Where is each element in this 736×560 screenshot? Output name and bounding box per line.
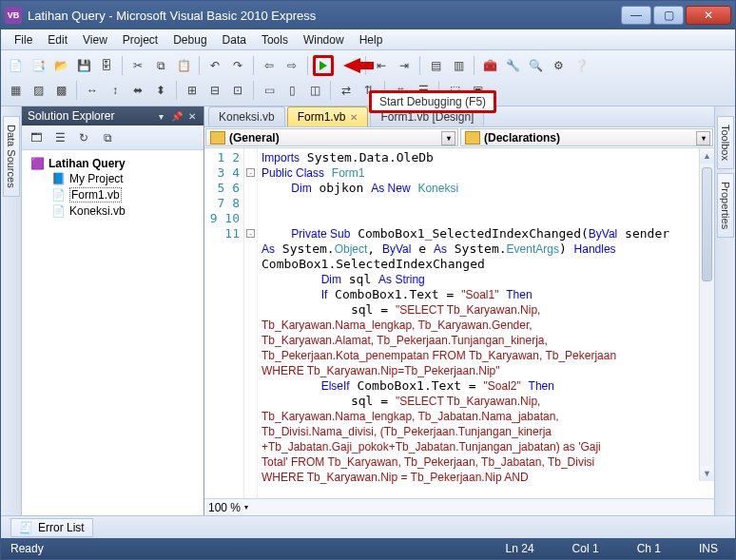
editor-area: Koneksi.vb Form1.vb✕ Form1.vb [Design] (…	[204, 106, 714, 515]
separator	[253, 81, 254, 100]
open-icon[interactable]: 📂	[50, 55, 71, 76]
fold-toggle-icon[interactable]: -	[246, 168, 255, 177]
member-combo[interactable]: (Declarations) ▾	[460, 128, 713, 146]
tb2-1-icon[interactable]: ▦	[5, 80, 26, 101]
menu-window[interactable]: Window	[296, 31, 352, 48]
close-panel-icon[interactable]: ✕	[185, 110, 198, 123]
class-combo[interactable]: (General) ▾	[205, 128, 458, 146]
vertical-scrollbar[interactable]: ▲ ▼	[699, 148, 714, 481]
zoom-chevron-icon[interactable]: ▾	[244, 503, 248, 512]
close-button[interactable]: ✕	[686, 6, 731, 25]
code-text[interactable]: Imports System.Data.OleDb Public Class F…	[258, 148, 714, 498]
tab-koneksi[interactable]: Koneksi.vb	[208, 106, 285, 126]
refresh-icon[interactable]: ↻	[73, 127, 94, 148]
menu-file[interactable]: File	[7, 31, 40, 48]
menu-data[interactable]: Data	[215, 31, 254, 48]
undo-icon[interactable]: ↶	[204, 55, 225, 76]
tb2-11-icon[interactable]: ▭	[259, 80, 280, 101]
indent-more-icon[interactable]: ⇥	[394, 55, 415, 76]
tb2-8-icon[interactable]: ⊞	[182, 80, 203, 101]
redo-icon[interactable]: ↷	[227, 55, 248, 76]
tree-label: Koneksi.vb	[69, 204, 126, 218]
properties-icon[interactable]: 🔧	[502, 55, 523, 76]
body-area: Data Sources Solution Explorer ▾ 📌 ✕ 🗔 ☰…	[1, 106, 735, 515]
paste-icon[interactable]: 📋	[173, 55, 194, 76]
menu-tools[interactable]: Tools	[254, 31, 296, 48]
tb2-3-icon[interactable]: ▩	[50, 80, 71, 101]
chevron-down-icon[interactable]: ▾	[696, 131, 710, 145]
toolbox-icon[interactable]: 🧰	[479, 55, 500, 76]
fold-column[interactable]: - -	[244, 148, 258, 498]
minimize-button[interactable]: —	[621, 6, 651, 25]
tb2-9-icon[interactable]: ⊟	[204, 80, 225, 101]
properties-pane-icon[interactable]: 🗔	[26, 127, 47, 148]
menu-project[interactable]: Project	[115, 31, 165, 48]
show-all-icon[interactable]: ☰	[49, 127, 70, 148]
error-list-tab[interactable]: 🧾 Error List	[10, 518, 93, 537]
menu-view[interactable]: View	[75, 31, 115, 48]
dropdown-icon[interactable]: ▾	[155, 110, 167, 123]
new-project-icon[interactable]: 📄	[5, 55, 26, 76]
tb2-12-icon[interactable]: ▯	[281, 80, 302, 101]
code-area[interactable]: 1 2 3 4 5 6 7 8 9 10 11 - - Imports Syst…	[204, 148, 714, 498]
menubar: File Edit View Project Debug Data Tools …	[1, 29, 735, 50]
tb2-13-icon[interactable]: ◫	[304, 80, 325, 101]
scroll-down-icon[interactable]: ▼	[700, 466, 714, 481]
zoom-level[interactable]: 100 %	[208, 501, 241, 514]
status-ch: Ch 1	[637, 542, 661, 555]
object-browser-icon[interactable]: 🔍	[525, 55, 546, 76]
pin-icon[interactable]: 📌	[170, 110, 183, 123]
nav-back-icon[interactable]: ⇦	[259, 55, 280, 76]
scroll-up-icon[interactable]: ▲	[700, 148, 714, 164]
help-icon[interactable]: ❔	[571, 55, 591, 76]
maximize-button[interactable]: ▢	[653, 6, 684, 25]
project-node[interactable]: 🟪 Latihan Query	[24, 156, 202, 171]
start-debugging-button[interactable]	[313, 55, 334, 76]
chevron-down-icon[interactable]: ▾	[441, 131, 455, 145]
error-list-icon: 🧾	[19, 521, 33, 534]
tb2-7-icon[interactable]: ⬍	[150, 80, 171, 101]
tb2-4-icon[interactable]: ↔	[82, 80, 103, 101]
comment-icon[interactable]: ▤	[425, 55, 446, 76]
add-item-icon[interactable]: 📑	[28, 55, 48, 76]
app-icon: VB	[5, 7, 22, 24]
nav-fwd-icon[interactable]: ⇨	[281, 55, 302, 76]
tb2-2-icon[interactable]: ▨	[28, 80, 48, 101]
separator	[474, 56, 475, 75]
tree-item-myproject[interactable]: 📘 My Project	[24, 171, 202, 186]
view-code-icon[interactable]: ⧉	[97, 127, 118, 148]
properties-tab[interactable]: Properties	[717, 173, 734, 238]
toolbox-tab[interactable]: Toolbox	[717, 116, 734, 169]
tab-form1[interactable]: Form1.vb✕	[287, 106, 369, 126]
tab-close-icon[interactable]: ✕	[350, 112, 358, 123]
indent-less-icon[interactable]: ⇤	[371, 55, 392, 76]
copy-icon[interactable]: ⧉	[150, 55, 171, 76]
titlebar[interactable]: VB Latihan Query - Microsoft Visual Basi…	[1, 1, 735, 29]
fold-toggle-icon[interactable]: -	[246, 229, 255, 238]
tb2-5-icon[interactable]: ↕	[105, 80, 126, 101]
tab-label: Form1.vb	[298, 110, 346, 124]
separator	[307, 56, 308, 75]
form-icon: 📄	[50, 188, 66, 202]
data-sources-tab[interactable]: Data Sources	[3, 116, 20, 197]
solution-tree[interactable]: 🟪 Latihan Query 📘 My Project 📄 Form1.vb …	[22, 150, 203, 515]
status-ins: INS	[699, 542, 718, 555]
menu-edit[interactable]: Edit	[40, 31, 75, 48]
tree-item-koneksi[interactable]: 📄 Koneksi.vb	[24, 203, 202, 219]
menu-debug[interactable]: Debug	[165, 31, 214, 48]
save-icon[interactable]: 💾	[73, 55, 94, 76]
tb2-10-icon[interactable]: ⊡	[227, 80, 248, 101]
scroll-thumb[interactable]	[702, 167, 712, 281]
tb2-6-icon[interactable]: ⬌	[127, 80, 148, 101]
save-all-icon[interactable]: 🗄	[96, 55, 117, 76]
project-label: Latihan Query	[48, 157, 126, 170]
tb2-14-icon[interactable]: ⇄	[336, 80, 357, 101]
status-ready: Ready	[10, 542, 44, 555]
class-combo-icon	[210, 131, 225, 145]
solution-explorer-header[interactable]: Solution Explorer ▾ 📌 ✕	[22, 106, 203, 126]
tree-item-form1[interactable]: 📄 Form1.vb	[24, 186, 202, 203]
uncomment-icon[interactable]: ▥	[448, 55, 469, 76]
menu-help[interactable]: Help	[352, 31, 391, 48]
cut-icon[interactable]: ✂	[127, 55, 148, 76]
extension-icon[interactable]: ⚙	[548, 55, 569, 76]
